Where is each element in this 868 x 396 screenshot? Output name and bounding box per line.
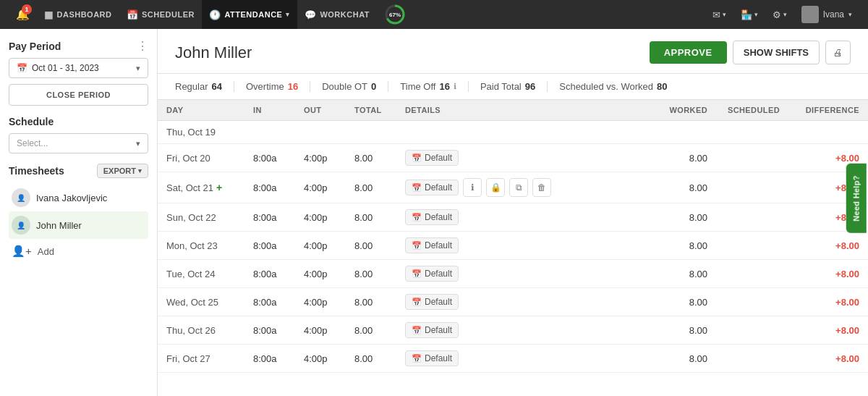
cell-worked: 8.00 <box>651 316 716 345</box>
cell-day: Thu, Oct 19 <box>158 121 244 144</box>
cell-out: 4:00p <box>295 345 346 373</box>
cell-worked: 8.00 <box>651 172 716 203</box>
cell-in: 8:00a <box>244 144 295 172</box>
table-row: Sun, Oct 228:00a4:00p8.00📅Default8.00+8.… <box>158 203 868 232</box>
cell-out <box>295 121 346 144</box>
default-badge[interactable]: 📅Default <box>405 150 459 166</box>
cell-in: 8:00a <box>244 260 295 288</box>
default-badge[interactable]: 📅Default <box>405 237 459 253</box>
copy-icon: ⧉ <box>516 182 522 193</box>
nav-dashboard-label: DASHBOARD <box>57 10 112 19</box>
pay-period-menu-icon[interactable]: ⋮ <box>137 41 148 52</box>
need-help-tab[interactable]: Need Help? <box>846 164 867 233</box>
default-badge[interactable]: 📅Default <box>405 209 459 225</box>
lock-button[interactable]: 🔒 <box>486 178 505 197</box>
cell-worked: 8.00 <box>651 260 716 288</box>
col-header-in: IN <box>244 100 295 121</box>
add-person-icon: 👤+ <box>12 245 32 258</box>
person-ivana[interactable]: 👤 Ivana Jakovljevic <box>9 184 148 211</box>
cell-difference: +8.00 <box>788 232 868 260</box>
default-badge[interactable]: 📅Default <box>405 294 459 310</box>
nav-scheduler[interactable]: 📅 SCHEDULER <box>119 0 202 29</box>
cell-day: Wed, Oct 25 <box>158 288 244 316</box>
main-header: John Miller APPROVE SHOW SHIFTS 🖨 <box>158 29 868 74</box>
settings-button[interactable]: ⚙ ▾ <box>765 0 794 29</box>
print-button[interactable]: 🖨 <box>825 41 851 64</box>
paid-total-value: 96 <box>525 81 535 92</box>
col-header-details: DETAILS <box>396 100 651 121</box>
default-badge[interactable]: 📅Default <box>405 322 459 338</box>
nav-workchat[interactable]: 💬 WORKCHAT <box>297 0 377 29</box>
summary-double-ot: Double OT 0 <box>322 81 388 92</box>
mail-chevron-icon: ▾ <box>723 11 726 18</box>
user-menu-button[interactable]: Ivana ▾ <box>794 0 859 29</box>
summary-overtime: Overtime 16 <box>246 81 310 92</box>
cell-day: Fri, Oct 27 <box>158 345 244 373</box>
cell-details: 📅Default <box>396 260 651 288</box>
mail-button[interactable]: ✉ ▾ <box>705 0 733 29</box>
table-row: Tue, Oct 248:00a4:00p8.00📅Default8.00+8.… <box>158 260 868 288</box>
cell-out: 4:00p <box>295 260 346 288</box>
summary-paid-total: Paid Total 96 <box>480 81 548 92</box>
user-name: Ivana <box>823 9 844 20</box>
default-badge[interactable]: 📅Default <box>405 350 459 366</box>
schedule-chevron-icon: ▾ <box>136 139 140 148</box>
time-off-info-icon[interactable]: ℹ <box>454 82 456 91</box>
delete-icon: 🗑 <box>537 182 546 193</box>
cell-in: 8:00a <box>244 203 295 232</box>
cell-difference: +8.00 <box>788 345 868 373</box>
show-shifts-button[interactable]: SHOW SHIFTS <box>733 41 820 64</box>
delete-button[interactable]: 🗑 <box>532 178 551 197</box>
cell-in: 8:00a <box>244 172 295 203</box>
cell-out: 4:00p <box>295 172 346 203</box>
table-row: Sat, Oct 21 +8:00a4:00p8.00📅Defaultℹ🔒⧉🗑8… <box>158 172 868 203</box>
copy-button[interactable]: ⧉ <box>509 178 528 197</box>
add-person-button[interactable]: 👤+ Add <box>9 240 148 262</box>
time-off-label: Time Off <box>400 81 435 92</box>
export-button[interactable]: EXPORT ▾ <box>97 164 148 178</box>
default-badge[interactable]: 📅Default <box>405 266 459 282</box>
cell-day: Mon, Oct 23 <box>158 232 244 260</box>
close-period-button[interactable]: CLOSE PERIOD <box>9 84 148 106</box>
notifications-button[interactable]: 🔔 1 <box>9 0 37 29</box>
approve-button[interactable]: APPROVE <box>650 41 727 64</box>
col-header-day: DAY <box>158 100 244 121</box>
topnav: 🔔 1 ▦ DASHBOARD 📅 SCHEDULER 🕐 ATTENDANCE… <box>0 0 868 29</box>
schedule-placeholder: Select... <box>17 138 48 148</box>
default-badge[interactable]: 📅Default <box>405 180 459 195</box>
store-button[interactable]: 🏪 ▾ <box>733 0 765 29</box>
summary-regular: Regular 64 <box>175 81 234 92</box>
nav-workchat-label: WORKCHAT <box>320 10 370 19</box>
person-ivana-name: Ivana Jakovljevic <box>36 193 107 203</box>
scheduled-vs-worked-label: Scheduled vs. Worked <box>559 81 653 92</box>
attendance-icon: 🕐 <box>209 9 221 20</box>
attendance-chevron-icon: ▾ <box>286 11 290 18</box>
pay-period-section: Pay Period ⋮ 📅 Oct 01 - 31, 2023 ▾ CLOSE… <box>9 41 148 106</box>
cell-out: 4:00p <box>295 316 346 345</box>
cell-scheduled <box>716 144 788 172</box>
user-avatar <box>801 6 819 23</box>
cell-out: 4:00p <box>295 288 346 316</box>
schedule-title: Schedule <box>9 116 54 127</box>
cell-day: Thu, Oct 26 <box>158 316 244 345</box>
person-john[interactable]: 👤 John Miller <box>9 211 148 239</box>
schedule-select[interactable]: Select... ▾ <box>9 133 148 153</box>
nav-attendance[interactable]: 🕐 ATTENDANCE ▾ <box>202 0 297 29</box>
col-header-total: TOTAL <box>346 100 396 121</box>
add-shift-icon[interactable]: + <box>213 182 222 193</box>
cell-scheduled <box>716 121 788 144</box>
summary-scheduled-vs-worked: Scheduled vs. Worked 80 <box>559 81 667 92</box>
table-row: Mon, Oct 238:00a4:00p8.00📅Default8.00+8.… <box>158 232 868 260</box>
cell-total: 8.00 <box>346 288 396 316</box>
cell-difference: +8.00 <box>788 260 868 288</box>
cell-out: 4:00p <box>295 144 346 172</box>
nav-attendance-label: ATTENDANCE <box>224 10 282 19</box>
info-button[interactable]: ℹ <box>463 178 482 197</box>
cell-details: 📅Default <box>396 203 651 232</box>
printer-icon: 🖨 <box>833 47 843 58</box>
cell-in: 8:00a <box>244 316 295 345</box>
settings-chevron-icon: ▾ <box>783 11 787 18</box>
date-range-selector[interactable]: 📅 Oct 01 - 31, 2023 ▾ <box>9 58 148 78</box>
progress-circle[interactable]: 67% <box>384 4 406 25</box>
nav-dashboard[interactable]: ▦ DASHBOARD <box>37 0 119 29</box>
